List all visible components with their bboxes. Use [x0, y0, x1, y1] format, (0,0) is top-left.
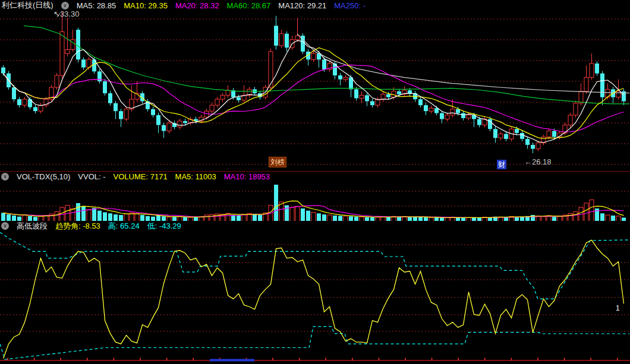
- axis-highlight-segment: [210, 359, 254, 362]
- high-price-label: ↖33.30: [53, 10, 79, 18]
- band-values-row: 高低波段趋势角: -8.53高: 65.24低: -43.29: [17, 221, 189, 232]
- page-title: 利仁科技(日线): [2, 0, 53, 11]
- chevron-down-icon[interactable]: ∨: [61, 2, 69, 10]
- chevron-down-icon[interactable]: ∨: [1, 173, 9, 181]
- band-indicator-header: ∨ 高低波段趋势角: -8.53高: 65.24低: -43.29: [0, 221, 630, 231]
- band-high-value: 高: 65.24: [108, 221, 140, 232]
- ma5-value: MA5: 28.85: [77, 1, 116, 10]
- vvol-value: VVOL: -: [78, 172, 105, 181]
- ma20-value: MA20: 28.32: [175, 1, 219, 10]
- vol-ma5-value: MA5: 11003: [175, 172, 216, 181]
- candles-layer: [1, 12, 626, 153]
- main-chart-header: 利仁科技(日线) ∨ MA5: 28.85MA10: 29.35MA20: 28…: [0, 0, 630, 11]
- ma-lines-layer: [4, 26, 630, 143]
- ma-values-row: MA5: 28.85MA10: 29.35MA20: 28.32MA60: 28…: [77, 1, 373, 10]
- volume-values-row: VOL-TDX(5,10)VVOL: -VOLUME: 7171MA5: 110…: [17, 172, 278, 181]
- band-low-value: 低: -43.29: [147, 221, 181, 232]
- axis-layer: [0, 172, 630, 362]
- ma10-value: MA10: 29.35: [124, 1, 168, 10]
- ma120-value: MA120: 29.21: [278, 1, 326, 10]
- wave-count-label: 1: [616, 304, 620, 312]
- chevron-down-icon[interactable]: ∨: [1, 222, 9, 230]
- vol-ma10-value: MA10: 18953: [224, 172, 270, 181]
- low-price-label: ←26.18: [524, 157, 552, 166]
- band-indicator-layer: [0, 232, 629, 359]
- chart-canvas[interactable]: [0, 0, 630, 364]
- ma60-value: MA60: 28.67: [227, 1, 271, 10]
- event-marker-financial[interactable]: 财: [497, 160, 506, 169]
- indicator-name: 高低波段: [17, 221, 48, 232]
- trend-angle-value: 趋势角: -8.53: [55, 221, 100, 232]
- trading-terminal: 利仁科技(日线) ∨ MA5: 28.85MA10: 29.35MA20: 28…: [0, 0, 630, 364]
- volume-value: VOLUME: 7171: [114, 172, 168, 181]
- volume-header: ∨ VOL-TDX(5,10)VVOL: -VOLUME: 7171MA5: 1…: [0, 172, 630, 182]
- event-marker-list[interactable]: 刘榜: [269, 157, 286, 167]
- ma250-value: MA250: -: [334, 1, 366, 10]
- indicator-name: VOL-TDX(5,10): [17, 172, 70, 181]
